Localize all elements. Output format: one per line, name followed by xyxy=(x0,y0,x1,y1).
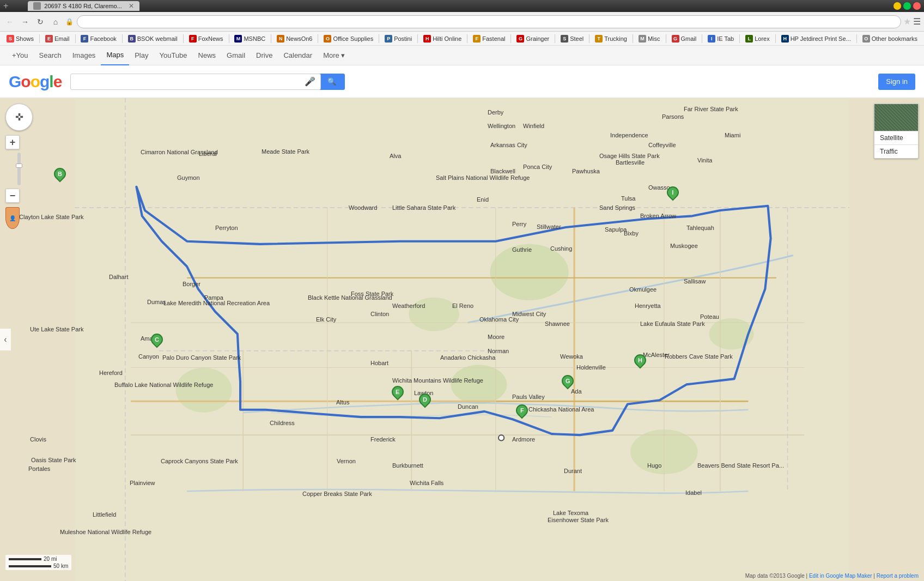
bookmark-bsok[interactable]: BBSOK webmail xyxy=(125,34,181,44)
gnav-maps[interactable]: Maps xyxy=(101,46,129,65)
bookmark-lorex[interactable]: LLorex xyxy=(742,34,773,44)
bookmark-star-button[interactable]: ★ xyxy=(903,16,911,27)
titlebar: + 20697 S 4180 Rd, Claremo... ✕ xyxy=(0,0,924,12)
street-view-control[interactable]: 👤 xyxy=(5,207,20,229)
bookmark-label-grainger: Grainger xyxy=(526,35,549,42)
bookmark-shows[interactable]: SShows xyxy=(3,34,37,44)
pan-control[interactable]: ✜ xyxy=(5,104,33,131)
map-type-controls[interactable]: Satellite Traffic xyxy=(874,104,919,159)
marker-letter-H: H xyxy=(638,357,642,364)
route-marker-G[interactable]: G xyxy=(562,375,574,390)
bookmark-hilti[interactable]: HHilti Online xyxy=(420,34,465,44)
maximize-button[interactable] xyxy=(903,2,911,10)
gnav-more[interactable]: More ▾ xyxy=(318,46,350,65)
active-tab[interactable]: 20697 S 4180 Rd, Claremo... ✕ xyxy=(28,1,139,11)
sign-in-button[interactable]: Sign in xyxy=(878,74,915,90)
gnav-calendar[interactable]: Calendar xyxy=(278,46,318,65)
bookmark-foxnews[interactable]: FFoxNews xyxy=(186,34,227,44)
menu-button[interactable]: ☰ xyxy=(913,16,921,27)
home-button[interactable]: ⌂ xyxy=(49,15,62,28)
tab-favicon xyxy=(33,2,41,10)
bookmark-favicon-hilti: H xyxy=(423,35,431,43)
bookmark-favicon-foxnews: F xyxy=(189,35,197,43)
gnav-you[interactable]: +You xyxy=(7,46,34,65)
satellite-button[interactable]: Satellite xyxy=(874,131,918,144)
gnav-images[interactable]: Images xyxy=(67,46,101,65)
route-marker-F[interactable]: F xyxy=(516,404,528,420)
bookmark-label-office: Office Supplies xyxy=(333,35,373,42)
bookmark-office[interactable]: OOffice Supplies xyxy=(320,34,376,44)
marker-letter-B: B xyxy=(58,171,62,177)
gnav-drive[interactable]: Drive xyxy=(251,46,278,65)
gnav-news[interactable]: News xyxy=(193,46,222,65)
nav-arrow-left[interactable]: ‹ xyxy=(0,329,11,350)
bookmark-hp[interactable]: HHP Jetdirect Print Se... xyxy=(778,34,854,44)
route-marker-H[interactable]: H xyxy=(634,354,646,370)
bookmark-grainger[interactable]: GGrainger xyxy=(513,34,552,44)
minimize-button[interactable] xyxy=(893,2,901,10)
bookmark-ietab[interactable]: IIE Tab xyxy=(704,34,737,44)
route-marker-D[interactable]: D xyxy=(419,394,431,409)
mic-button[interactable]: 🎤 xyxy=(305,76,315,87)
bookmark-separator-18 xyxy=(856,34,857,43)
bookmark-trucking[interactable]: TTrucking xyxy=(592,34,630,44)
route-marker-E[interactable]: E xyxy=(392,386,404,401)
map-attribution: Map data ©2013 Google | Edit in Google M… xyxy=(745,573,919,579)
main-content: Google 🎤 🔍 Sign in xyxy=(0,65,924,581)
bookmark-label-postini: Postini xyxy=(394,35,412,42)
marker-letter-I: I xyxy=(672,189,673,196)
bookmark-facebook[interactable]: FFacebook xyxy=(77,34,119,44)
marker-letter-C: C xyxy=(155,336,159,343)
bookmark-favicon-other: O xyxy=(862,35,870,43)
marker-pin-H: H xyxy=(631,352,648,368)
gnav-search[interactable]: Search xyxy=(34,46,67,65)
bookmark-fastenal[interactable]: FFastenal xyxy=(470,34,508,44)
zoom-thumb[interactable] xyxy=(16,164,22,168)
back-button[interactable]: ← xyxy=(3,15,16,28)
reload-button[interactable]: ↻ xyxy=(34,15,47,28)
gnav-gmail[interactable]: Gmail xyxy=(221,46,251,65)
bookmark-favicon-grainger: G xyxy=(516,35,524,43)
zoom-slider[interactable] xyxy=(17,153,21,185)
bookmark-label-steel: Steel xyxy=(570,35,583,42)
search-input[interactable] xyxy=(70,74,321,90)
url-input[interactable]: maps.google.com xyxy=(77,15,901,28)
bookmark-msnbc[interactable]: MMSNBC xyxy=(231,34,269,44)
report-problem-link[interactable]: Report a problem xyxy=(877,573,919,579)
edit-map-link[interactable]: Edit in Google Map Maker xyxy=(809,573,872,579)
bookmark-postini[interactable]: PPostini xyxy=(381,34,415,44)
map-svg xyxy=(0,98,924,581)
bookmark-newson6[interactable]: NNewsOn6 xyxy=(273,34,315,44)
bookmark-favicon-shows: S xyxy=(7,35,14,43)
map-area[interactable]: DerbyWellingtonWinfieldParsonsMiamiCoffe… xyxy=(0,98,924,581)
route-marker-B[interactable]: B xyxy=(54,168,66,183)
route-marker-C[interactable]: C xyxy=(151,334,163,349)
close-button[interactable] xyxy=(913,2,921,10)
titlebar-new-tab[interactable]: + xyxy=(3,1,8,11)
bookmark-separator-10 xyxy=(510,34,511,43)
gnav-play[interactable]: Play xyxy=(129,46,154,65)
bookmark-separator-8 xyxy=(417,34,418,43)
search-button[interactable]: 🔍 xyxy=(319,74,345,90)
gnav-youtube[interactable]: YouTube xyxy=(154,46,192,65)
map-controls[interactable]: ✜ + − 👤 xyxy=(5,104,33,229)
marker-pin-D: D xyxy=(416,391,433,408)
bookmark-other[interactable]: OOther bookmarks xyxy=(859,34,921,44)
logo-o2: o xyxy=(31,72,40,90)
route-marker-I[interactable]: I xyxy=(667,186,679,202)
tab-close-icon[interactable]: ✕ xyxy=(129,2,134,10)
bookmark-email[interactable]: EEmail xyxy=(42,34,73,44)
zoom-in-button[interactable]: + xyxy=(5,135,20,149)
bookmark-label-gmail: Gmail xyxy=(681,35,697,42)
lock-icon: 🔒 xyxy=(65,18,74,26)
bookmark-steel[interactable]: SSteel xyxy=(557,34,587,44)
forward-button[interactable]: → xyxy=(19,15,32,28)
traffic-button[interactable]: Traffic xyxy=(874,145,918,158)
bookmark-gmail[interactable]: GGmail xyxy=(668,34,700,44)
bookmark-label-email: Email xyxy=(54,35,70,42)
zoom-out-button[interactable]: − xyxy=(5,189,20,203)
bookmark-favicon-fastenal: F xyxy=(473,35,481,43)
scale-50km-label: 50 km xyxy=(53,563,68,569)
bookmark-misc[interactable]: MMisc xyxy=(635,34,664,44)
marker-letter-E: E xyxy=(396,389,399,395)
